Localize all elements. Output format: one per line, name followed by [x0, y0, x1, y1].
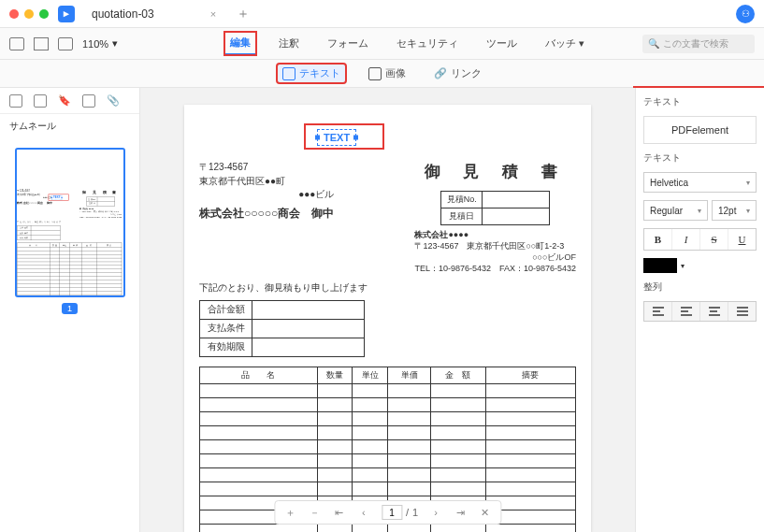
left-panel: 🔖 📎 サムネール TEXT 〒123-4567 東京都千代田区●●町 ●●●ビ…: [0, 88, 140, 532]
underline-button[interactable]: U: [728, 229, 756, 250]
link-icon: 🔗: [434, 67, 447, 79]
subbar-image[interactable]: 画像: [363, 64, 411, 83]
line-items-table: 品 名数量単位単価金 額摘要: [17, 242, 122, 297]
text-section-label: テキスト: [643, 151, 757, 165]
user-avatar[interactable]: ⚇: [736, 5, 755, 23]
panel-section-title: テキスト: [643, 95, 757, 108]
sender-company: 株式会社○○○○○商会: [17, 201, 43, 205]
align-right-button[interactable]: [700, 302, 728, 321]
prev-page-button[interactable]: ‹: [357, 507, 370, 518]
summary-table: 合計金額 支払条件 有効期限: [199, 300, 365, 357]
layers-icon[interactable]: [82, 94, 95, 108]
image-icon: [368, 67, 382, 80]
quote-note: 下記のとおり、御見積もり申し上げます: [17, 221, 122, 223]
page-thumbnail-1[interactable]: TEXT 〒123-4567 東京都千代田区●●町 ●●●ビル 株式会社○○○○…: [15, 148, 125, 297]
document-tab[interactable]: quotation-03 ×: [82, 0, 225, 27]
sender-honorific: 御中: [311, 207, 334, 220]
table-row: [200, 453, 576, 467]
selected-text-content[interactable]: PDFelement: [643, 116, 757, 144]
align-section-label: 整列: [643, 280, 757, 294]
zoom-value: 110%: [82, 38, 108, 50]
table-row: [200, 439, 576, 453]
recipient-company: 株式会社●●●●: [414, 229, 576, 240]
titlebar: ▸ quotation-03 × ＋ ⚇: [0, 0, 764, 28]
thumbnails-icon[interactable]: [34, 37, 49, 50]
document-canvas[interactable]: TEXT 〒123-4567 東京都千代田区●●町 ●●●ビル 株式会社○○○○…: [140, 88, 635, 532]
sender-postal: 〒123-4567: [199, 161, 334, 175]
align-justify-button[interactable]: [728, 302, 756, 321]
table-row: [200, 524, 576, 532]
app-icon: ▸: [58, 6, 75, 22]
page-controls: ＋ － ⇤ ‹ / 1 › ⇥ ✕: [274, 500, 501, 525]
tab-title: quotation-03: [92, 7, 154, 21]
sender-block: 〒123-4567 東京都千代田区●●町 ●●●ビル 株式会社○○○○○商会 御…: [199, 161, 334, 275]
menu-comment[interactable]: 注釈: [273, 33, 305, 54]
next-page-button[interactable]: ›: [429, 507, 442, 518]
summary-table: 合計金額 支払条件 有効期限: [17, 225, 60, 240]
close-window[interactable]: [9, 9, 19, 19]
color-swatch: [643, 258, 677, 273]
align-left-button[interactable]: [644, 302, 672, 321]
sender-address: 東京都千代田区●●町: [199, 175, 334, 189]
recipient-tel: TEL：10-9876-5432 FAX：10-9876-5432: [79, 216, 122, 219]
tab-close-icon[interactable]: ×: [210, 8, 216, 20]
bold-button[interactable]: B: [644, 229, 672, 250]
quote-meta-table: 見積No. 見積日: [440, 191, 550, 225]
menu-edit[interactable]: 編集: [224, 32, 256, 55]
thumbnail-page-number: 1: [62, 303, 78, 314]
thumbnails-title: サムネール: [0, 114, 139, 138]
maximize-window[interactable]: [39, 9, 49, 19]
menu-security[interactable]: セキュリティ: [391, 33, 464, 54]
table-row: [200, 482, 576, 496]
zoom-dropdown[interactable]: 110%▾: [82, 37, 118, 50]
strikethrough-button[interactable]: S: [700, 229, 728, 250]
search-input[interactable]: 🔍 この文書で検索: [642, 35, 755, 53]
document-page: TEXT 〒123-4567 東京都千代田区●●町 ●●●ビル 株式会社○○○○…: [184, 105, 591, 532]
panel-right-icon[interactable]: [58, 37, 73, 50]
minimize-window[interactable]: [24, 9, 34, 19]
italic-button[interactable]: I: [672, 229, 700, 250]
table-row: [200, 425, 576, 439]
font-family-dropdown[interactable]: Helvetica▾: [643, 172, 757, 193]
selected-text-object[interactable]: TEXT: [317, 129, 356, 146]
font-size-dropdown[interactable]: 12pt▾: [712, 200, 757, 221]
bookmark-icon[interactable]: 🔖: [58, 94, 71, 107]
menu-batch[interactable]: バッチ ▾: [540, 33, 590, 54]
left-panel-tools: 🔖 📎: [0, 88, 139, 114]
recipient-block: 御 見 積 書 見積No. 見積日 株式会社●●●● 〒123-4567 東京都…: [79, 189, 122, 219]
menu-form[interactable]: フォーム: [322, 33, 374, 54]
comments-panel-icon[interactable]: [34, 94, 47, 108]
subbar-link[interactable]: 🔗リンク: [428, 64, 487, 83]
attachment-icon[interactable]: 📎: [107, 94, 120, 107]
subbar-text[interactable]: テキスト: [277, 64, 346, 83]
align-center-button[interactable]: [672, 302, 700, 321]
page-number-input[interactable]: [382, 505, 402, 520]
close-pager-button[interactable]: ✕: [478, 507, 491, 519]
window-controls: [9, 9, 49, 19]
search-icon: 🔍: [648, 38, 659, 49]
thumbnail-view-icon[interactable]: [9, 94, 22, 108]
zoom-out-button[interactable]: －: [309, 506, 322, 520]
recipient-block: 御 見 積 書 見積No. 見積日 株式会社●●●● 〒123-4567 東京都…: [414, 161, 576, 275]
first-page-button[interactable]: ⇤: [333, 507, 346, 519]
text-color-picker[interactable]: ▾: [643, 258, 757, 273]
properties-panel: テキスト PDFelement テキスト Helvetica▾ Regular▾…: [635, 88, 764, 532]
sender-company: 株式会社○○○○○商会: [199, 207, 300, 220]
quote-meta-table: 見積No. 見積日: [86, 197, 114, 207]
table-row: [17, 295, 122, 297]
sender-honorific: 御中: [46, 201, 51, 205]
last-page-button[interactable]: ⇥: [454, 507, 467, 519]
menu-tool[interactable]: ツール: [481, 33, 523, 54]
sender-block: 〒123-4567 東京都千代田区●●町 ●●●ビル 株式会社○○○○○商会 御…: [17, 189, 52, 219]
sender-building: ●●●ビル: [17, 196, 52, 200]
panel-left-icon[interactable]: [9, 37, 24, 50]
selected-text-object[interactable]: TEXT: [51, 195, 62, 200]
recipient-tel: TEL：10-9876-5432 FAX：10-9876-5432: [414, 263, 576, 274]
text-icon: [282, 67, 296, 80]
font-weight-dropdown[interactable]: Regular▾: [643, 200, 708, 221]
add-tab-button[interactable]: ＋: [237, 6, 250, 22]
text-style-group: B I S U: [643, 228, 757, 251]
text-align-group: [643, 301, 757, 322]
document-title: 御 見 積 書: [81, 189, 119, 194]
zoom-in-button[interactable]: ＋: [284, 506, 297, 520]
